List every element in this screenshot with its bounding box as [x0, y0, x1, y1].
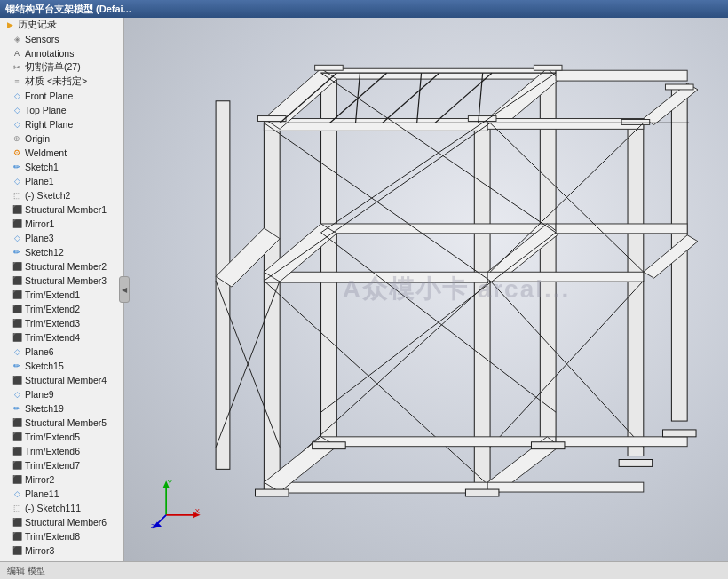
tree-item-plane3[interactable]: ◇Plane3 — [0, 231, 123, 245]
tree-item-right-plane[interactable]: ◇Right Plane — [0, 117, 123, 131]
svg-rect-59 — [313, 442, 346, 449]
tree-item-history[interactable]: ▶历史记录 — [0, 18, 123, 32]
trim-icon: ⬛ — [11, 317, 23, 329]
tree-item-label: Plane6 — [25, 346, 54, 357]
tree-item-trim6[interactable]: ⬛Trim/Extend6 — [0, 444, 123, 458]
svg-rect-21 — [321, 224, 557, 234]
svg-marker-26 — [644, 235, 698, 278]
tree-item-trim8[interactable]: ⬛Trim/Extend8 — [0, 529, 123, 543]
svg-rect-56 — [556, 437, 687, 447]
tree-item-structural2[interactable]: ⬛Structural Member2 — [0, 259, 123, 274]
tree-item-label: Top Plane — [25, 105, 67, 115]
tree-item-label: (-) Sketch2 — [25, 190, 70, 201]
negative-icon: ⬚ — [11, 189, 23, 202]
svg-rect-62 — [663, 430, 697, 437]
trim-icon: ⬛ — [11, 289, 23, 301]
structural-icon: ⬛ — [11, 374, 23, 386]
tree-item-label: Plane9 — [25, 389, 54, 400]
tree-item-annotations[interactable]: AAnnotations — [0, 46, 123, 60]
tree-item-trim2[interactable]: ⬛Trim/Extend2 — [0, 302, 123, 316]
tree-item-label: Mirror1 — [25, 218, 54, 229]
tree-item-label: Sketch12 — [25, 247, 64, 258]
tree-item-plane9[interactable]: ◇Plane9 — [0, 387, 123, 401]
axes-indicator: Y X Z — [151, 477, 204, 530]
tree-item-top-plane[interactable]: ◇Top Plane — [0, 103, 123, 117]
tree-item-trim3[interactable]: ⬛Trim/Extend3 — [0, 316, 123, 330]
tree-item-label: Structural Member1 — [25, 204, 107, 215]
bottom-bar: 编辑 模型 — [0, 561, 728, 579]
tree-item-plane6[interactable]: ◇Plane6 — [0, 345, 123, 359]
tree-item-plane13[interactable]: ◇Plane13 — [0, 558, 123, 561]
svg-rect-19 — [665, 84, 693, 90]
tree-item-plane1[interactable]: ◇Plane1 — [0, 174, 123, 188]
sketch-icon: ✏ — [11, 402, 23, 415]
tree-item-label: Trim/Extend4 — [25, 332, 80, 343]
tree-item-sketch1[interactable]: ✏Sketch1 — [0, 160, 123, 174]
tree-item-front-plane[interactable]: ◇Front Plane — [0, 89, 123, 103]
tree-item-trim4[interactable]: ⬛Trim/Extend4 — [0, 330, 123, 345]
tree-item-cut-list[interactable]: ✂切割清单(27) — [0, 60, 123, 75]
sketch-icon: ✏ — [11, 246, 23, 258]
mirror-icon: ⬛ — [11, 218, 23, 230]
trim-icon: ⬛ — [11, 331, 23, 344]
tree-item-structural5[interactable]: ⬛Structural Member5 — [0, 416, 123, 430]
tree-item-mirror2[interactable]: ⬛Mirror2 — [0, 472, 123, 487]
svg-text:Z: Z — [151, 522, 155, 530]
svg-rect-14 — [257, 116, 286, 122]
tree-item-structural6[interactable]: ⬛Structural Member6 — [0, 515, 123, 529]
tree-item-trim1[interactable]: ⬛Trim/Extend1 — [0, 288, 123, 302]
tree-item-label: Weldment — [25, 147, 67, 158]
tree-item-label: 材质 <未指定> — [25, 75, 87, 88]
svg-line-35 — [417, 73, 422, 123]
tree-item-label: Plane13 — [25, 559, 59, 561]
tree-item-label: Plane11 — [25, 488, 59, 499]
tree-item-structural3[interactable]: ⬛Structural Member3 — [0, 274, 123, 288]
tree-item-label: Sketch1 — [25, 162, 59, 172]
tree-item-mirror3[interactable]: ⬛Mirror3 — [0, 543, 123, 558]
svg-rect-57 — [256, 489, 289, 496]
tree-item-neg-sketch2[interactable]: ⬚(-) Sketch2 — [0, 188, 123, 202]
svg-line-36 — [479, 73, 483, 123]
tree-item-label: Right Plane — [25, 119, 73, 130]
plane-icon: ◇ — [11, 104, 23, 116]
tree-item-label: Structural Member5 — [25, 417, 107, 428]
feature-tree[interactable]: ▶历史记录◈SensorsAAnnotations✂切割清单(27)≡材质 <未… — [0, 18, 124, 561]
tree-item-label: Trim/Extend2 — [25, 304, 80, 314]
sketch-icon: ✏ — [11, 161, 23, 173]
tree-item-label: Mirror3 — [25, 545, 54, 556]
svg-rect-52 — [321, 437, 557, 447]
tree-item-label: Sketch19 — [25, 403, 64, 414]
plane-icon: ◇ — [11, 345, 23, 358]
tree-item-label: Trim/Extend1 — [25, 290, 80, 300]
svg-rect-25 — [556, 224, 687, 234]
collapse-handle[interactable]: ◀ — [119, 276, 130, 303]
svg-rect-7 — [264, 119, 487, 131]
viewport[interactable]: .steel { stroke: #1a1a1a; stroke-width: … — [124, 18, 728, 561]
tree-item-weldment[interactable]: ⚙Weldment — [0, 146, 123, 160]
plane-icon: ◇ — [11, 488, 23, 500]
tree-item-label: Trim/Extend7 — [25, 460, 80, 471]
tree-item-label: 历史记录 — [18, 19, 57, 31]
svg-rect-55 — [487, 482, 644, 492]
folder-icon: ▶ — [4, 19, 16, 31]
tree-item-neg-sketch111[interactable]: ⬚(-) Sketch111 — [0, 501, 123, 515]
plane-icon: ◇ — [11, 118, 23, 131]
tree-item-trim5[interactable]: ⬛Trim/Extend5 — [0, 430, 123, 444]
tree-item-sketch19[interactable]: ✏Sketch19 — [0, 401, 123, 416]
structural-icon: ⬛ — [11, 516, 23, 528]
tree-item-sketch15[interactable]: ✏Sketch15 — [0, 359, 123, 373]
tree-item-material[interactable]: ≡材质 <未指定> — [0, 75, 123, 89]
svg-line-30 — [383, 73, 439, 123]
tree-item-mirror1[interactable]: ⬛Mirror1 — [0, 217, 123, 231]
tree-item-label: 切割清单(27) — [25, 61, 81, 74]
plane-icon: ◇ — [11, 232, 23, 244]
tree-item-trim7[interactable]: ⬛Trim/Extend7 — [0, 458, 123, 472]
tree-item-structural1[interactable]: ⬛Structural Member1 — [0, 202, 123, 217]
tree-item-sensors[interactable]: ◈Sensors — [0, 32, 123, 46]
tree-item-origin[interactable]: ⊕Origin — [0, 131, 123, 146]
tree-item-sketch12[interactable]: ✏Sketch12 — [0, 245, 123, 259]
svg-rect-61 — [619, 459, 653, 466]
svg-line-31 — [435, 73, 492, 123]
tree-item-structural4[interactable]: ⬛Structural Member4 — [0, 373, 123, 387]
tree-item-plane11[interactable]: ◇Plane11 — [0, 487, 123, 501]
